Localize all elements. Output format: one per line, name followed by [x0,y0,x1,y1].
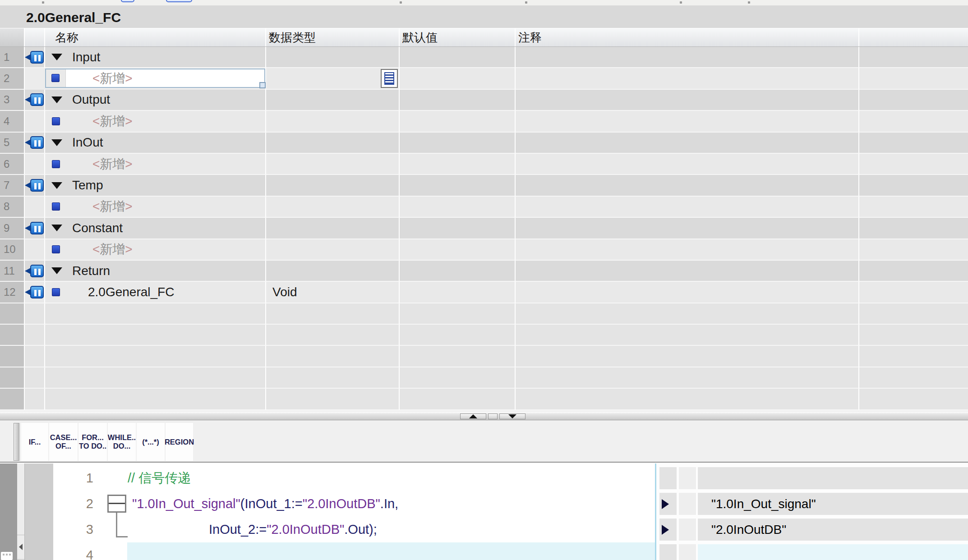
comment-cell[interactable] [516,133,859,154]
var-table-row-11[interactable]: 11Return [0,261,968,282]
datatype-cell[interactable] [266,154,400,175]
row-number-cell[interactable]: 5 [0,133,25,154]
datatype-cell[interactable] [266,90,400,111]
reference-arrow-cell[interactable] [659,493,677,515]
default-value-cell[interactable] [400,197,516,218]
row-number-cell[interactable]: 2 [0,68,25,89]
var-table-row-6[interactable]: 6<新增> [0,154,968,175]
row-number-cell[interactable]: 9 [0,218,25,239]
var-table-row-1[interactable]: 1Input [0,47,968,68]
row-number-cell[interactable]: 10 [0,239,25,261]
row-number-cell[interactable]: 4 [0,111,25,132]
code-line-2[interactable]: 2"1.0In_Out_signal"(InOut_1:="2.0InOutDB… [0,491,655,517]
default-value-cell[interactable] [400,282,516,303]
var-table-row-2[interactable]: 2<新增> [0,68,968,89]
default-value-cell[interactable] [400,90,516,111]
new-variable-placeholder[interactable]: <新增> [92,71,133,85]
snippet-button-region[interactable]: REGION [166,423,193,461]
code-line-3[interactable]: 3InOut_2:="2.0InOutDB".Out); [0,517,655,542]
datatype-cell[interactable] [266,175,400,196]
collapse-triangle-icon[interactable] [51,182,62,189]
var-table-empty-row[interactable] [0,367,968,389]
new-variable-placeholder[interactable]: <新增> [92,199,133,213]
var-table-empty-row[interactable] [0,303,968,325]
datatype-cell[interactable] [266,133,400,154]
splitter-grip[interactable] [488,413,498,419]
toolbar-drag-handle[interactable] [14,423,19,461]
default-value-cell[interactable] [400,154,516,175]
header-default[interactable]: 默认值 [400,28,516,46]
comment-cell[interactable] [516,111,859,132]
comment-cell[interactable] [516,282,859,303]
name-cell[interactable]: <新增> [45,154,266,175]
name-cell[interactable]: Constant [45,218,266,239]
code-line-1[interactable]: 1// 信号传递 [0,465,655,491]
default-value-cell[interactable] [400,239,516,261]
new-variable-placeholder[interactable]: <新增> [92,242,133,256]
collapse-up-button[interactable] [460,413,486,419]
datatype-cell[interactable] [266,218,400,239]
comment-cell[interactable] [516,261,859,282]
datatype-cell[interactable]: Void [266,282,400,303]
new-variable-placeholder[interactable]: <新增> [92,157,133,171]
comment-cell[interactable] [516,175,859,196]
datatype-cell[interactable] [266,261,400,282]
default-value-cell[interactable] [400,218,516,239]
collapse-triangle-icon[interactable] [51,225,62,231]
comment-cell[interactable] [516,154,859,175]
default-value-cell[interactable] [400,175,516,196]
var-table-empty-row[interactable] [0,325,968,346]
var-table-empty-row[interactable] [0,346,968,367]
jump-to-reference-icon[interactable] [662,525,669,535]
datatype-cell[interactable] [266,111,400,132]
name-edit-cell[interactable]: <新增> [45,69,265,88]
header-comment[interactable]: 注释 [516,28,859,46]
name-cell[interactable]: <新增> [45,239,266,261]
comment-cell[interactable] [516,47,859,68]
jump-to-reference-icon[interactable] [662,499,669,509]
comment-cell[interactable] [516,197,859,218]
row-number-cell[interactable]: 3 [0,90,25,111]
default-value-cell[interactable] [400,261,516,282]
collapse-triangle-icon[interactable] [51,139,62,146]
datatype-picker-button[interactable] [381,69,398,88]
name-cell[interactable]: InOut [45,133,266,154]
datatype-cell[interactable] [266,197,400,218]
scl-code-editor[interactable]: 1// 信号传递2"1.0In_Out_signal"(InOut_1:="2.… [0,462,968,560]
name-cell[interactable]: <新增> [45,111,266,132]
snippet-button-comment[interactable]: (*...*) [137,423,165,461]
new-variable-placeholder[interactable]: <新增> [92,114,133,128]
fold-collapse-box[interactable] [107,495,126,513]
variable-name[interactable]: 2.0General_FC [88,285,174,299]
comment-cell[interactable] [516,218,859,239]
var-table-row-7[interactable]: 7Temp [0,175,968,196]
row-number-cell[interactable]: 7 [0,175,25,196]
collapse-down-button[interactable] [499,413,525,419]
edit-cell-resize-handle[interactable] [259,82,266,88]
row-number-cell[interactable]: 8 [0,197,25,218]
var-table-row-12[interactable]: 122.0General_FCVoid [0,282,968,303]
row-number-cell[interactable]: 12 [0,282,25,303]
default-value-cell[interactable] [400,47,516,68]
collapse-triangle-icon[interactable] [51,96,62,103]
row-number-cell[interactable]: 11 [0,261,25,282]
datatype-cell[interactable] [266,239,400,261]
snippet-button-for[interactable]: FOR...TO DO.. [78,423,107,461]
name-cell[interactable]: 2.0General_FC [45,282,266,303]
collapse-triangle-icon[interactable] [51,54,62,60]
snippet-button-if[interactable]: IF... [21,423,48,461]
var-table-row-10[interactable]: 10<新增> [0,239,968,261]
comment-cell[interactable] [516,90,859,111]
var-table-row-5[interactable]: 5InOut [0,133,968,154]
collapse-triangle-icon[interactable] [51,267,62,274]
header-datatype[interactable]: 数据类型 [266,28,400,46]
default-value-cell[interactable] [400,133,516,154]
var-table-row-4[interactable]: 4<新增> [0,111,968,132]
var-table-empty-row[interactable] [0,389,968,410]
default-value-cell[interactable] [400,111,516,132]
header-name[interactable]: 名称 [45,28,266,46]
referenced-block-name[interactable]: "2.0InOutDB" [698,519,968,541]
reference-arrow-cell[interactable] [659,519,677,541]
comment-cell[interactable] [516,68,859,89]
comment-cell[interactable] [516,239,859,261]
